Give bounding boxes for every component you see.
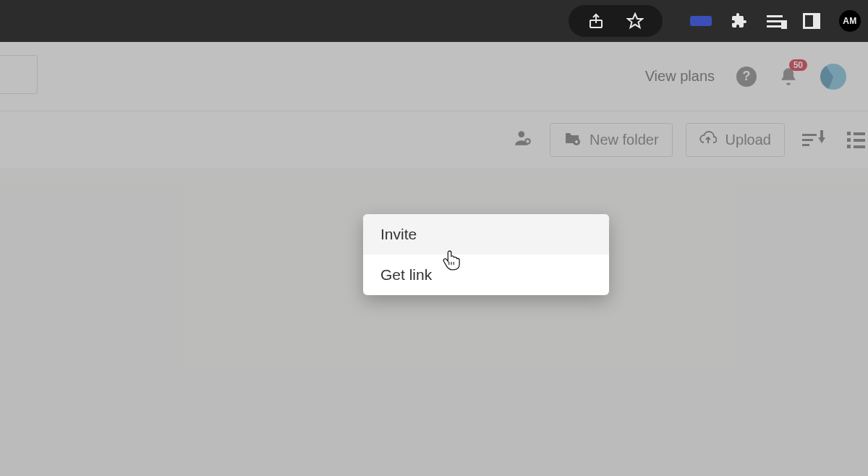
browser-profile-avatar[interactable]: AM: [839, 10, 861, 32]
user-avatar[interactable]: [820, 64, 846, 90]
omnibox-actions: [569, 5, 663, 37]
view-list-button[interactable]: [843, 127, 865, 153]
search-input-stub[interactable]: [0, 55, 38, 94]
notifications-bell-icon[interactable]: 50: [778, 67, 799, 87]
new-folder-button[interactable]: New folder: [550, 123, 673, 157]
side-panel-icon[interactable]: [803, 13, 820, 29]
sort-icon: [802, 134, 825, 146]
help-icon[interactable]: ?: [736, 67, 757, 87]
list-view-icon: [847, 132, 865, 148]
person-add-icon: [514, 129, 532, 151]
folder-add-icon: [563, 129, 581, 150]
browser-chrome: AM: [0, 0, 868, 42]
app-header: View plans ? 50: [0, 42, 868, 111]
add-person-button[interactable]: [509, 124, 537, 156]
cloud-upload-icon: [699, 129, 717, 150]
new-folder-label: New folder: [590, 132, 659, 148]
bookmark-star-icon[interactable]: [626, 12, 644, 30]
upload-button[interactable]: Upload: [686, 123, 785, 157]
upload-label: Upload: [726, 132, 771, 148]
extensions-puzzle-icon[interactable]: [731, 12, 748, 30]
reading-list-icon[interactable]: [767, 15, 784, 27]
app-content: View plans ? 50 New folder Upload: [0, 42, 868, 476]
notification-count-badge: 50: [789, 59, 807, 71]
dropdown-item-invite[interactable]: Invite: [363, 214, 609, 255]
share-dropdown: Invite Get link: [363, 214, 609, 295]
svg-marker-1: [628, 14, 642, 27]
sort-button[interactable]: [798, 129, 830, 150]
share-icon[interactable]: [587, 12, 605, 30]
svg-point-2: [519, 131, 525, 137]
dropdown-item-get-link[interactable]: Get link: [363, 255, 609, 295]
view-plans-link[interactable]: View plans: [645, 68, 715, 85]
action-toolbar: New folder Upload: [0, 111, 868, 169]
extension-indicator[interactable]: [690, 16, 712, 26]
